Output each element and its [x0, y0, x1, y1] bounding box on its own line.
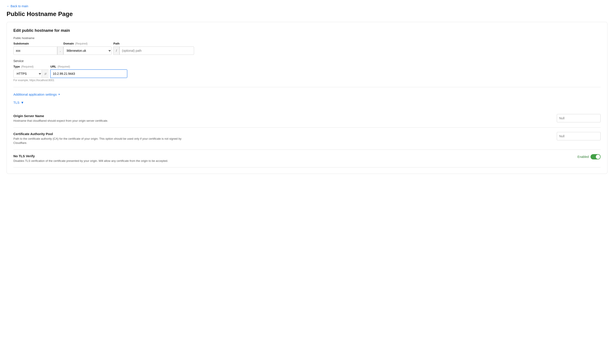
subdomain-input[interactable]: [13, 47, 57, 55]
service-label: Service: [13, 59, 601, 63]
certificate-authority-pool-title: Certificate Authority Pool: [13, 132, 548, 136]
public-hostname-label: Public hostname: [13, 36, 601, 40]
slash-separator: /: [113, 47, 119, 55]
no-tls-verify-desc: Disables TLS verification of the certifi…: [13, 159, 189, 163]
service-section: Service Type (Required) HTTP HTTPS SSH R…: [13, 59, 601, 82]
dot-separator: .: [57, 47, 63, 55]
domain-label: Domain (Required): [63, 42, 112, 45]
url-input[interactable]: [51, 69, 127, 78]
no-tls-verify-toggle[interactable]: ✓: [590, 154, 601, 159]
origin-server-name-left: Origin Server Name Hostname that cloudfl…: [13, 114, 548, 123]
toggle-check-icon: ✓: [598, 155, 600, 158]
origin-server-name-desc: Hostname that cloudflared should expect …: [13, 119, 189, 123]
origin-server-name-row: Origin Server Name Hostname that cloudfl…: [13, 110, 601, 128]
url-label: URL (Required): [51, 65, 127, 68]
type-select[interactable]: HTTP HTTPS SSH RDP TCP UDP: [13, 69, 42, 78]
no-tls-verify-row: No TLS Verify Disables TLS verification …: [13, 150, 601, 168]
no-tls-verify-title: No TLS Verify: [13, 154, 569, 158]
certificate-authority-pool-left: Certificate Authority Pool Path to the c…: [13, 132, 548, 145]
origin-server-name-right: [557, 114, 601, 122]
additional-settings-arrow: ▼: [58, 93, 60, 96]
protocol-badge: ://: [42, 69, 49, 78]
certificate-authority-pool-desc: Path to the certificate authority (CA) f…: [13, 137, 189, 145]
page-title: Public Hostname Page: [7, 11, 607, 18]
tls-section-button[interactable]: TLS ▼: [13, 101, 24, 104]
no-tls-verify-right: Enabled ✓: [578, 154, 601, 159]
type-label: Type (Required): [13, 65, 49, 68]
subdomain-label: Subdomain: [13, 42, 63, 45]
domain-select[interactable]: littlenewton.uk: [63, 47, 112, 55]
no-tls-verify-toggle-label: Enabled: [578, 155, 589, 158]
origin-server-name-title: Origin Server Name: [13, 114, 548, 118]
origin-server-name-input[interactable]: [557, 114, 601, 122]
tls-label: TLS: [13, 101, 20, 104]
main-card: Edit public hostname for main Public hos…: [7, 22, 607, 174]
additional-settings-label: Additional application settings: [13, 92, 57, 96]
example-text: For example, https://localhost:8001: [13, 79, 601, 82]
additional-settings-button[interactable]: Additional application settings ▼: [13, 92, 60, 96]
tls-arrow: ▼: [21, 101, 24, 104]
path-input[interactable]: [119, 47, 194, 55]
no-tls-verify-toggle-wrapper: Enabled ✓: [578, 154, 601, 159]
back-to-main-link[interactable]: ← Back to main: [7, 4, 28, 8]
certificate-authority-pool-input[interactable]: [557, 132, 601, 140]
section-title: Edit public hostname for main: [13, 28, 601, 33]
path-label: Path: [113, 42, 194, 45]
no-tls-verify-left: No TLS Verify Disables TLS verification …: [13, 154, 569, 163]
certificate-authority-pool-row: Certificate Authority Pool Path to the c…: [13, 128, 601, 150]
certificate-authority-pool-right: [557, 132, 601, 140]
